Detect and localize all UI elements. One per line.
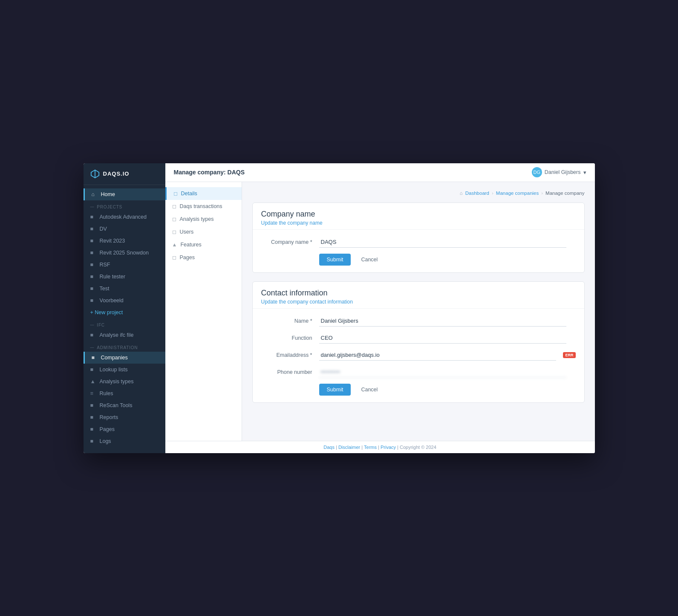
breadcrumb-home-icon: ⌂ [460,191,463,196]
sub-menu-users[interactable]: ◻ Users [165,226,242,238]
sidebar-item-rsf[interactable]: ■ RSF [84,259,165,271]
breadcrumb-sep2: › [541,191,543,196]
project-icon: ■ [90,214,96,220]
contact-actions: Submit Cancel [261,384,576,396]
content-area: ◻ Details ◻ Daqs transactions ◻ Analysis… [165,182,595,441]
analysis-types-icon: ◻ [172,216,176,222]
sidebar-item-revit2025[interactable]: ■ Revit 2025 Snowdon [84,247,165,259]
projects-section-label: PROJECTS [84,200,165,211]
project-icon: ■ [90,226,96,232]
project-icon: ■ [90,298,96,304]
contact-phone-label: Phone number [261,369,312,375]
avatar: DG [532,167,542,177]
transactions-icon: ◻ [172,203,176,209]
main-area: Manage company: DAQS DG Daniel Gijsbers … [165,163,595,453]
breadcrumb-dashboard[interactable]: Dashboard [465,191,489,196]
contact-title: Contact information [261,289,576,298]
footer-terms-link[interactable]: Terms [364,445,377,450]
companies-icon: ■ [92,355,98,361]
footer-disclaimer-link[interactable]: Disclaimer [338,445,360,450]
sub-menu-details[interactable]: ◻ Details [165,187,242,200]
breadcrumb-sep1: › [492,191,493,196]
ifc-section-label: IFC [84,318,165,329]
logo-text: DAQS.IO [103,171,130,177]
company-name-title: Company name [261,210,576,219]
company-name-actions: Submit Cancel [261,254,576,266]
sidebar-nav: ⌂ Home PROJECTS ■ Autodesk Advanced ■ DV… [84,185,165,453]
rules-icon: ≡ [90,390,96,396]
sidebar-item-test[interactable]: ■ Test [84,283,165,295]
top-bar: Manage company: DAQS DG Daniel Gijsbers … [165,163,595,182]
footer-privacy-link[interactable]: Privacy [381,445,396,450]
chevron-down-icon: ▾ [583,169,586,176]
sub-menu-analysis-types[interactable]: ◻ Analysis types [165,213,242,226]
company-name-field-group: Company name * [261,237,576,248]
footer-daqs-link[interactable]: Daqs [323,445,335,450]
pages-icon: ■ [90,426,96,432]
contact-email-group: Emailaddress * ERR [261,350,576,361]
sub-menu-pages[interactable]: ◻ Pages [165,251,242,264]
sub-menu-features[interactable]: ▲ Features [165,238,242,251]
company-name-submit-button[interactable]: Submit [319,254,351,266]
contact-function-input[interactable] [319,333,566,344]
project-icon: ■ [90,238,96,244]
features-icon: ▲ [172,242,177,248]
contact-submit-button[interactable]: Submit [319,384,351,396]
breadcrumb-manage-companies[interactable]: Manage companies [496,191,539,196]
company-name-input[interactable] [319,237,566,248]
sub-menu-daqs-transactions[interactable]: ◻ Daqs transactions [165,200,242,213]
page-title: Manage company: DAQS [174,169,245,176]
sidebar-item-companies[interactable]: ■ Companies [84,352,165,364]
logo: DAQS.IO [84,163,165,185]
analysis-icon: ▲ [90,379,96,385]
contact-email-input[interactable] [319,350,557,361]
contact-name-group: Name * [261,315,576,327]
sidebar-item-autodesk[interactable]: ■ Autodesk Advanced [84,211,165,223]
rescan-icon: ■ [90,402,96,408]
sidebar-item-analyse-ifc[interactable]: ■ Analyse ifc file [84,329,165,341]
contact-subtitle: Update the company contact information [261,299,576,305]
reports-icon: ■ [90,414,96,420]
sidebar-item-rescan-tools[interactable]: ■ ReScan Tools [84,399,165,411]
project-icon: ■ [90,250,96,256]
sidebar-item-rules[interactable]: ≡ Rules [84,388,165,399]
logo-icon [90,169,100,179]
contact-phone-group: Phone number [261,367,576,378]
company-name-card-body: Company name * Submit Cancel [253,230,584,272]
sidebar-item-analysis-types[interactable]: ▲ Analysis types [84,376,165,388]
sidebar-item-pages[interactable]: ■ Pages [84,423,165,435]
project-icon: ■ [90,286,96,292]
contact-card: Contact information Update the company c… [252,281,585,403]
contact-function-label: Function [261,335,312,341]
sidebar-item-dv[interactable]: ■ DV [84,223,165,235]
email-error-badge: ERR [563,352,575,358]
pages-icon: ◻ [172,254,176,260]
contact-card-header: Contact information Update the company c… [253,282,584,309]
contact-email-label: Emailaddress * [261,352,312,358]
contact-cancel-button[interactable]: Cancel [355,384,384,396]
contact-name-input[interactable] [319,315,566,327]
breadcrumb: ⌂ Dashboard › Manage companies › Manage … [252,191,585,196]
sidebar-item-reports[interactable]: ■ Reports [84,411,165,423]
sidebar-item-rule-tester[interactable]: ■ Rule tester [84,271,165,283]
lookup-icon: ■ [90,367,96,373]
details-icon: ◻ [173,191,178,197]
company-name-label: Company name * [261,239,312,245]
sidebar-item-new-project[interactable]: + New project [84,307,165,318]
admin-section-label: ADMINISTRATION [84,341,165,352]
company-name-cancel-button[interactable]: Cancel [355,254,384,266]
sidebar-item-logs[interactable]: ■ Logs [84,435,165,447]
project-icon: ■ [90,262,96,268]
user-menu[interactable]: DG Daniel Gijsbers ▾ [532,167,586,177]
company-name-card-header: Company name Update the company name [253,203,584,230]
sidebar-item-home[interactable]: ⌂ Home [84,188,165,200]
project-icon: ■ [90,274,96,280]
sidebar-item-voorbeeld[interactable]: ■ Voorbeeld [84,295,165,307]
users-icon: ◻ [172,229,176,235]
sidebar-item-revit2023[interactable]: ■ Revit 2023 [84,235,165,247]
contact-phone-input[interactable] [319,367,566,378]
footer-copyright: Copyright © 2024 [400,445,436,450]
sidebar-item-lookup-lists[interactable]: ■ Lookup lists [84,364,165,376]
page-content: ⌂ Dashboard › Manage companies › Manage … [242,182,595,441]
user-name: Daniel Gijsbers [545,169,581,175]
